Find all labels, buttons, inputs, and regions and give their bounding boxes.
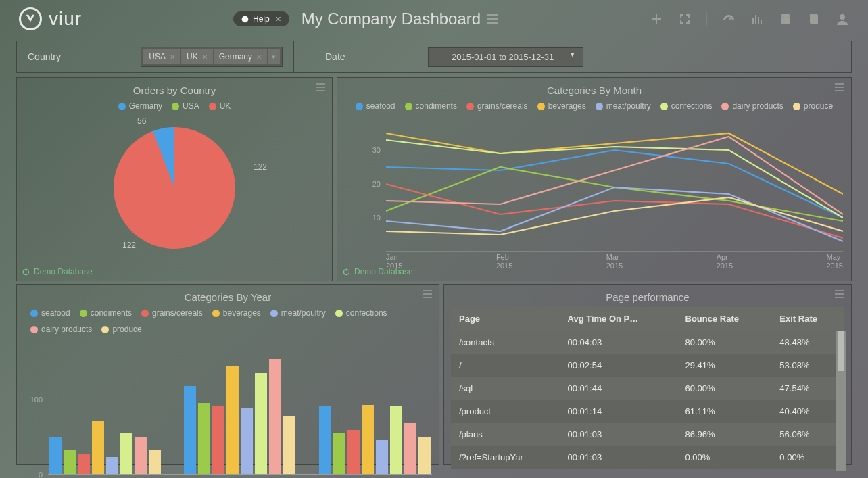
panel-categories-by-month: Categories By Month seafoodcondimentsgra…	[337, 77, 852, 281]
table-row[interactable]: /plans00:01:0386.96%56.06%	[451, 423, 844, 446]
scrollbar-thumb[interactable]	[838, 331, 844, 371]
legend-item[interactable]: dairy products	[30, 325, 92, 334]
bar	[362, 405, 374, 474]
add-chip-button[interactable]: ▾	[268, 49, 280, 64]
swatch-icon	[118, 103, 126, 110]
expand-icon[interactable]	[678, 12, 692, 26]
legend-item[interactable]: confections	[335, 308, 387, 318]
swatch-icon	[660, 103, 668, 110]
plus-icon[interactable]	[650, 12, 663, 26]
scrollbar[interactable]	[836, 331, 846, 471]
bar	[418, 437, 431, 474]
table-row[interactable]: /product00:01:1461.11%40.40%	[451, 400, 844, 423]
bar	[212, 406, 224, 474]
swatch-icon	[596, 103, 603, 110]
swatch-icon	[80, 310, 87, 317]
legend-item[interactable]: produce	[101, 325, 141, 334]
table-header[interactable]: Exit Rate	[771, 307, 844, 331]
swatch-icon	[141, 310, 149, 317]
topbar: viur i Help ✕ My Company Dashboard	[0, 0, 868, 38]
bar	[319, 406, 331, 474]
user-icon[interactable]	[836, 12, 849, 26]
bar	[64, 450, 76, 474]
legend-item[interactable]: produce	[793, 101, 833, 111]
bar	[184, 386, 196, 474]
bar	[376, 440, 388, 474]
legend-item[interactable]: beverages	[212, 308, 261, 318]
chip-germany[interactable]: Germany✕	[214, 49, 268, 64]
pie-label-germany: 122	[254, 162, 267, 172]
panel-menu-icon[interactable]	[316, 83, 325, 91]
close-icon[interactable]: ✕	[202, 53, 208, 61]
legend-item[interactable]: grains/cereals	[141, 308, 203, 318]
book-icon[interactable]	[807, 12, 821, 26]
panel-footer[interactable]: Demo Database	[22, 267, 93, 277]
close-icon[interactable]: ✕	[170, 53, 175, 61]
legend-item[interactable]: grains/cereals	[466, 101, 528, 111]
table-row[interactable]: /?ref=StartupYar00:01:030.00%0.00%	[451, 446, 844, 469]
line-chart: 102030 Jan2015Feb2015Mar2015Apr2015May20…	[359, 116, 843, 272]
swatch-icon	[30, 310, 38, 317]
chip-uk[interactable]: UK✕	[181, 49, 214, 64]
help-button[interactable]: i Help ✕	[233, 11, 289, 26]
legend-item[interactable]: beverages	[537, 101, 586, 111]
legend-item[interactable]: meat/poultry	[270, 308, 326, 318]
separator	[706, 11, 707, 26]
legend-item[interactable]: USA	[172, 101, 199, 111]
panel-menu-icon[interactable]	[835, 83, 844, 91]
bar-legend: seafoodcondimentsgrains/cerealsbeverages…	[17, 306, 439, 337]
swatch-icon	[335, 310, 343, 317]
legend-item[interactable]: Germany	[118, 101, 162, 111]
swatch-icon	[466, 103, 474, 110]
bar	[347, 430, 360, 474]
legend-item[interactable]: UK	[209, 101, 231, 111]
bar-group	[319, 405, 431, 474]
brand-logo[interactable]: viur	[19, 7, 82, 30]
table-row[interactable]: /00:02:5429.41%53.08%	[451, 354, 844, 377]
legend-item[interactable]: condiments	[80, 308, 132, 318]
refresh-icon	[22, 268, 30, 276]
legend-item[interactable]: meat/poultry	[596, 101, 651, 111]
database-icon[interactable]	[779, 12, 792, 26]
svg-text:i: i	[244, 16, 245, 22]
close-icon[interactable]: ✕	[275, 15, 281, 24]
panel-menu-icon[interactable]	[423, 290, 432, 298]
legend-item[interactable]: seafood	[30, 308, 70, 318]
y-tick: 100	[30, 396, 43, 404]
panel-orders-by-country: Orders by Country GermanyUSAUK 56 122 12…	[16, 77, 333, 281]
legend-item[interactable]: confections	[660, 101, 713, 111]
date-range-select[interactable]: 2015-01-01 to 2015-12-31 ▼	[428, 47, 583, 67]
panel-title: Page performance	[444, 291, 851, 303]
bar	[106, 457, 118, 474]
panel-categories-by-year: Categories By Year seafoodcondimentsgrai…	[16, 284, 439, 465]
chip-usa[interactable]: USA✕	[143, 49, 181, 64]
table-header[interactable]: Avg Time On P…	[560, 307, 677, 331]
country-chipbox[interactable]: USA✕ UK✕ Germany✕ ▾	[141, 47, 283, 67]
date-label: Date	[325, 51, 345, 62]
panel-footer[interactable]: Demo Database	[343, 267, 413, 277]
x-tick: Feb2015	[496, 253, 512, 272]
swatch-icon	[172, 103, 179, 110]
table-header[interactable]: Bounce Rate	[677, 307, 772, 331]
close-icon[interactable]: ✕	[256, 53, 262, 61]
country-label: Country	[28, 51, 61, 62]
bar-chart-icon[interactable]	[750, 12, 764, 26]
pie-chart: 56 122 122	[17, 114, 332, 262]
bar	[92, 421, 104, 474]
legend-item[interactable]: seafood	[356, 101, 395, 111]
bar	[198, 403, 210, 474]
table-row[interactable]: /contacts00:04:0380.00%48.48%	[451, 331, 844, 354]
bar	[78, 454, 90, 474]
legend-item[interactable]: dairy products	[721, 101, 783, 111]
gauge-icon[interactable]	[722, 12, 736, 26]
legend-item[interactable]: condiments	[405, 101, 457, 111]
table-header[interactable]: Page	[451, 307, 560, 331]
menu-icon[interactable]	[487, 14, 498, 24]
x-tick: Apr2015	[717, 253, 733, 272]
performance-table: PageAvg Time On P…Bounce RateExit Rate /…	[451, 307, 844, 469]
table-row[interactable]: /sql00:01:4460.00%47.54%	[451, 377, 844, 400]
y-tick: 0	[39, 471, 43, 478]
x-tick: Mar2015	[606, 253, 623, 272]
panel-menu-icon[interactable]	[835, 290, 844, 298]
bar	[49, 437, 62, 474]
